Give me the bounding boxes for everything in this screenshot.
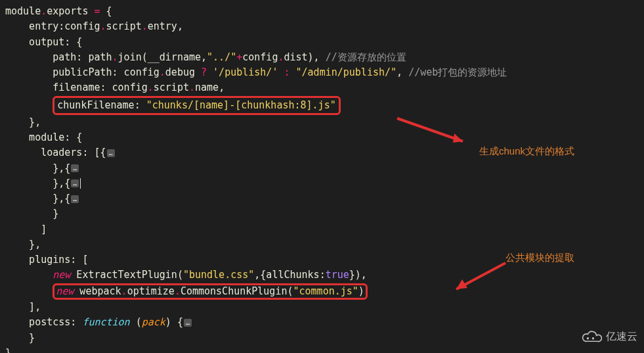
highlight-commonschunk: new webpack.optimize.CommonsChunkPlugin(…: [53, 283, 368, 300]
svg-point-2: [587, 337, 589, 339]
arrow-icon: [446, 260, 512, 304]
fold-marker-icon[interactable]: …: [71, 164, 79, 172]
svg-point-3: [592, 337, 594, 339]
annotation-chunk-format: 生成chunk文件的格式: [479, 143, 574, 158]
fold-marker-icon[interactable]: …: [71, 179, 79, 187]
svg-marker-0: [453, 133, 463, 143]
comment: //资源存放的位置: [326, 51, 406, 63]
text-cursor: [80, 178, 81, 189]
cloud-icon: [580, 330, 602, 344]
code-block: module.exports = { entry:config.script.e…: [0, 0, 644, 353]
watermark-logo: 亿速云: [580, 329, 637, 345]
fold-marker-icon[interactable]: …: [184, 319, 192, 327]
arrow-icon: [394, 115, 473, 159]
fold-marker-icon[interactable]: …: [71, 195, 79, 203]
watermark-text: 亿速云: [606, 329, 637, 345]
annotation-common-module: 公共模块的提取: [505, 250, 574, 265]
fold-marker-icon[interactable]: …: [107, 149, 115, 157]
highlight-chunkfilename: chunkFilename: "chunks/[name]-[chunkhash…: [53, 96, 340, 115]
comment: //web打包的资源地址: [408, 66, 507, 78]
